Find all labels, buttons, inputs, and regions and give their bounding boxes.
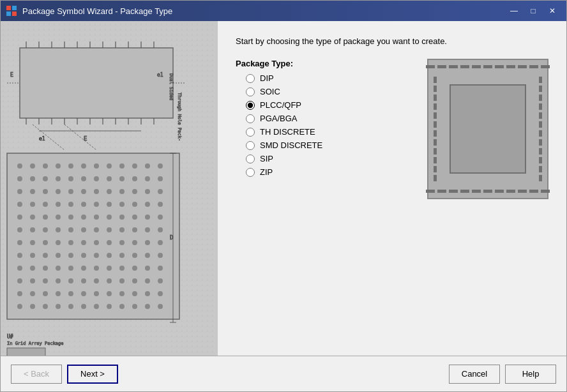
svg-point-113 [30, 240, 35, 245]
pin [437, 190, 446, 193]
pins-top [426, 65, 550, 68]
radio-plcc_qfp[interactable] [246, 101, 255, 110]
svg-point-68 [68, 189, 73, 194]
window-title: Package Symbol Wizard - Package Type [22, 6, 505, 16]
pin [434, 94, 437, 101]
radio-item-soic[interactable]: SOIC [246, 87, 414, 96]
svg-point-100 [17, 227, 22, 232]
pin [539, 157, 542, 163]
pin [426, 190, 435, 193]
svg-point-180 [119, 304, 125, 309]
blueprint-svg: E e1 E Dual Sided Through Hole Pack- [1, 21, 218, 356]
minimize-button[interactable]: — [505, 4, 523, 18]
radio-th_discrete[interactable] [246, 128, 255, 137]
radio-item-sip[interactable]: SIP [246, 154, 414, 163]
svg-point-177 [81, 304, 86, 309]
radio-label-th_discrete: TH DISCRETE [260, 127, 315, 137]
radio-label-pga_bga: PGA/BGA [260, 114, 298, 123]
svg-point-60 [119, 176, 125, 181]
back-button[interactable]: < Back [11, 365, 62, 384]
pins-bottom [426, 190, 550, 193]
radio-label-plcc_qfp: PLCC/QFP [260, 100, 301, 110]
svg-point-90 [43, 215, 48, 220]
svg-point-150 [43, 278, 48, 283]
radio-pga_bga[interactable] [246, 114, 255, 123]
svg-point-61 [132, 176, 137, 181]
svg-point-57 [81, 176, 86, 181]
radio-item-plcc_qfp[interactable]: PLCC/QFP [246, 100, 414, 110]
pin [541, 65, 550, 68]
svg-point-176 [68, 304, 73, 309]
maximize-button[interactable]: □ [524, 4, 542, 18]
svg-point-144 [119, 266, 125, 271]
radio-item-zip[interactable]: ZIP [246, 167, 414, 177]
svg-point-125 [30, 253, 35, 258]
pin [434, 103, 437, 110]
svg-point-86 [145, 202, 150, 207]
pin [483, 65, 492, 68]
next-button[interactable]: Next > [67, 365, 118, 384]
radio-soic[interactable] [246, 87, 255, 96]
svg-point-62 [145, 176, 150, 181]
pin [529, 190, 538, 193]
svg-point-72 [119, 189, 125, 194]
radio-label-sip: SIP [260, 154, 273, 163]
svg-point-89 [30, 215, 35, 220]
svg-point-155 [107, 278, 112, 283]
pin [495, 65, 504, 68]
chip-body [450, 84, 526, 174]
content-area: E e1 E Dual Sided Through Hole Pack- [1, 21, 566, 356]
svg-point-101 [30, 227, 35, 232]
right-panel: Start by choosing the type of package yo… [218, 21, 566, 356]
svg-point-42 [43, 163, 48, 169]
svg-point-159 [158, 278, 163, 283]
svg-point-98 [145, 215, 150, 220]
svg-point-51 [158, 163, 163, 169]
svg-point-54 [43, 176, 48, 181]
svg-point-50 [145, 163, 150, 169]
pin [434, 130, 437, 137]
svg-point-117 [81, 240, 86, 245]
svg-point-161 [30, 291, 35, 296]
svg-point-156 [119, 278, 125, 283]
radio-zip[interactable] [246, 168, 255, 177]
svg-point-106 [94, 227, 99, 232]
svg-point-63 [158, 176, 163, 181]
svg-point-182 [145, 304, 150, 309]
svg-point-143 [107, 266, 112, 271]
svg-point-164 [68, 291, 73, 296]
svg-point-162 [43, 291, 48, 296]
radio-item-smd_discrete[interactable]: SMD DISCRETE [246, 140, 414, 150]
radio-item-pga_bga[interactable]: PGA/BGA [246, 114, 414, 123]
radio-dip[interactable] [246, 74, 255, 83]
svg-point-116 [68, 240, 73, 245]
svg-point-94 [94, 215, 99, 220]
close-button[interactable]: ✕ [543, 4, 561, 18]
pin [472, 190, 481, 193]
help-button[interactable]: Help [505, 365, 556, 384]
pins-right [539, 77, 542, 181]
svg-point-163 [56, 291, 61, 296]
chip-preview-container [427, 59, 548, 340]
svg-rect-184 [7, 348, 45, 356]
pin [539, 121, 542, 128]
chip-preview [427, 59, 548, 199]
svg-point-175 [56, 304, 61, 309]
svg-point-52 [17, 176, 22, 181]
radio-smd_discrete[interactable] [246, 141, 255, 150]
radio-item-th_discrete[interactable]: TH DISCRETE [246, 127, 414, 137]
radio-sip[interactable] [246, 155, 255, 163]
svg-point-126 [43, 253, 48, 258]
svg-point-142 [94, 266, 99, 271]
svg-point-118 [94, 240, 99, 245]
radio-item-dip[interactable]: DIP [246, 73, 414, 83]
svg-text:In Grid Array Package: In Grid Array Package [7, 341, 64, 346]
svg-point-158 [145, 278, 150, 283]
svg-point-70 [94, 189, 99, 194]
blueprint-background: E e1 E Dual Sided Through Hole Pack- [1, 21, 218, 356]
svg-point-115 [56, 240, 61, 245]
svg-point-41 [30, 163, 35, 169]
svg-point-178 [94, 304, 99, 309]
cancel-button[interactable]: Cancel [449, 365, 500, 384]
right-content: Package Type: DIPSOICPLCC/QFPPGA/BGATH D… [236, 59, 548, 340]
